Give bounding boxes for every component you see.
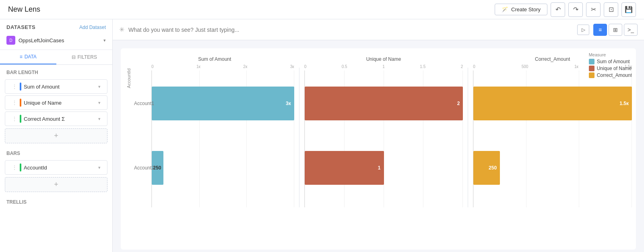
create-story-button[interactable]: 🪄 Create Story (495, 4, 547, 15)
dataset-icon: D (6, 36, 15, 45)
filters-tab-label: FILTERS (78, 54, 97, 60)
legend-color-sum-amount (589, 59, 594, 64)
panel-bars-correct-amount: 1.5к 250 (473, 70, 632, 207)
panel-title-unique-name: Unique of Name (304, 56, 463, 62)
bar-account1-unique: 2 (305, 87, 463, 120)
dataset-row[interactable]: D OppsLeftJoinCases ▾ (0, 33, 112, 50)
add-bars-field-button[interactable]: + (5, 177, 107, 192)
panel-unique-name: Unique of Name 0 0.5 1 1.5 2 (304, 56, 463, 207)
tab-filters[interactable]: ⊟ FILTERS (56, 50, 113, 64)
sidebar: Datasets Add Dataset D OppsLeftJoinCases… (0, 19, 113, 252)
sidebar-header: Datasets Add Dataset (0, 19, 112, 33)
legend-label-sum-amount: Sum of Amount (597, 59, 630, 64)
bar-length-label: Bar Length (0, 65, 112, 78)
undo-button[interactable]: ↶ (551, 2, 565, 17)
drag-handle-icon: ⋮ (12, 164, 17, 171)
field-color-bar (20, 99, 21, 107)
cut-icon: ✂ (591, 6, 596, 13)
field-label-correct-amount: Correct Amount Σ (24, 116, 96, 122)
code-view-button[interactable]: >_ (624, 24, 638, 36)
bar-row-account2-sum: 250 (152, 151, 294, 185)
crop-icon: ⊡ (609, 6, 614, 13)
panel-bars-sum-amount: 3к 250 Account1 Account2 (151, 70, 294, 207)
add-bar-length-field-button[interactable]: + (5, 128, 107, 143)
drag-handle-icon: ⋮ (12, 83, 17, 90)
search-bar: ✳ ▷ ≡ ⊞ >_ (113, 19, 644, 40)
field-unique-name[interactable]: ⋮ Unique of Name ▾ (5, 95, 107, 110)
field-color-bar (20, 115, 21, 123)
panel-separator-2 (468, 68, 468, 207)
field-sum-amount[interactable]: ⋮ Sum of Amount ▾ (5, 79, 107, 94)
chart-area: ✳ ▷ ≡ ⊞ >_ Measure Sum of Amount (113, 19, 644, 252)
bar-chart-view-button[interactable]: ≡ (593, 24, 607, 36)
y-axis-label: AccountId (125, 68, 133, 88)
drag-handle-icon: ⋮ (12, 99, 17, 106)
app-title: New Lens (8, 5, 40, 14)
view-toggle-buttons: ≡ ⊞ >_ (593, 24, 638, 36)
bar-account1-correct: 1.5к (473, 87, 632, 120)
search-input[interactable] (128, 27, 573, 33)
expand-view-button[interactable]: ▷ (577, 25, 589, 35)
sparkle-icon: ✳ (119, 26, 124, 33)
panel-sum-amount: Sum of Amount 0 1к 2к 3к (135, 56, 294, 207)
undo-icon: ↶ (555, 6, 561, 13)
panel-separator-1 (299, 68, 299, 207)
bar-account1-sum-amount: 3к (152, 87, 294, 120)
bar-row-account1-sum: 3к (152, 87, 294, 120)
datasets-label: Datasets (6, 24, 35, 30)
cut-button[interactable]: ✂ (586, 2, 601, 17)
row-label-account1: Account1 (134, 87, 154, 120)
field-label-sum-amount: Sum of Amount (24, 84, 96, 90)
app-header: New Lens 🪄 Create Story ↶ ↷ ✂ ⊡ 💾 (0, 0, 644, 19)
tab-data[interactable]: ≡ DATA (0, 50, 56, 64)
row-label-account2: Account2 (134, 151, 154, 185)
bars-label: Bars (0, 146, 112, 159)
crop-button[interactable]: ⊡ (604, 2, 618, 17)
drag-handle-icon: ⋮ (12, 116, 17, 122)
chart-inner: Measure Sum of Amount Unique of Name Cor… (121, 48, 636, 250)
field-label-unique-name: Unique of Name (24, 100, 96, 106)
trellis-label: Trellis (0, 194, 112, 207)
panel-bars-unique-name: 2 1 (304, 70, 463, 207)
field-account-id[interactable]: ⋮ AccountId ▾ (5, 160, 107, 175)
add-dataset-link[interactable]: Add Dataset (79, 25, 106, 30)
bar-account2-unique: 1 (305, 151, 463, 185)
main-layout: Datasets Add Dataset D OppsLeftJoinCases… (0, 19, 644, 252)
header-actions: 🪄 Create Story ↶ ↷ ✂ ⊡ 💾 (495, 2, 636, 17)
field-color-bar (20, 83, 21, 91)
field-label-account-id: AccountId (24, 165, 96, 171)
sidebar-tabs: ≡ DATA ⊟ FILTERS (0, 50, 112, 65)
chart-panels-row: AccountId Sum of Amount 0 1к 2к 3к (125, 56, 632, 207)
redo-icon: ↷ (573, 6, 578, 13)
dataset-chevron-icon[interactable]: ▾ (103, 38, 106, 43)
bar-account2-correct: 250 (473, 151, 632, 185)
data-tab-icon: ≡ (20, 54, 23, 60)
table-view-button[interactable]: ⊞ (609, 24, 622, 36)
save-icon: 💾 (625, 6, 633, 13)
field-chevron-icon[interactable]: ▾ (98, 116, 101, 122)
panel-title-sum-amount: Sum of Amount (135, 56, 294, 62)
legend-item-sum-amount: Sum of Amount (589, 59, 632, 64)
dataset-name: OppsLeftJoinCases (19, 37, 100, 43)
field-color-bar (20, 163, 21, 171)
field-chevron-icon[interactable]: ▾ (98, 100, 101, 105)
field-chevron-icon[interactable]: ▾ (98, 84, 101, 89)
magic-wand-icon: 🪄 (502, 6, 508, 12)
legend-title: Measure (589, 52, 632, 57)
redo-button[interactable]: ↷ (568, 2, 583, 17)
data-tab-label: DATA (25, 54, 37, 60)
field-chevron-icon[interactable]: ▾ (98, 165, 101, 170)
panel-correct-amount: Correct_Amount 0 500 1к 1.5к (473, 56, 632, 207)
chart-container: Measure Sum of Amount Unique of Name Cor… (113, 40, 644, 252)
filters-tab-icon: ⊟ (72, 54, 76, 60)
field-correct-amount[interactable]: ⋮ Correct Amount Σ ▾ (5, 112, 107, 126)
save-button[interactable]: 💾 (621, 2, 636, 17)
